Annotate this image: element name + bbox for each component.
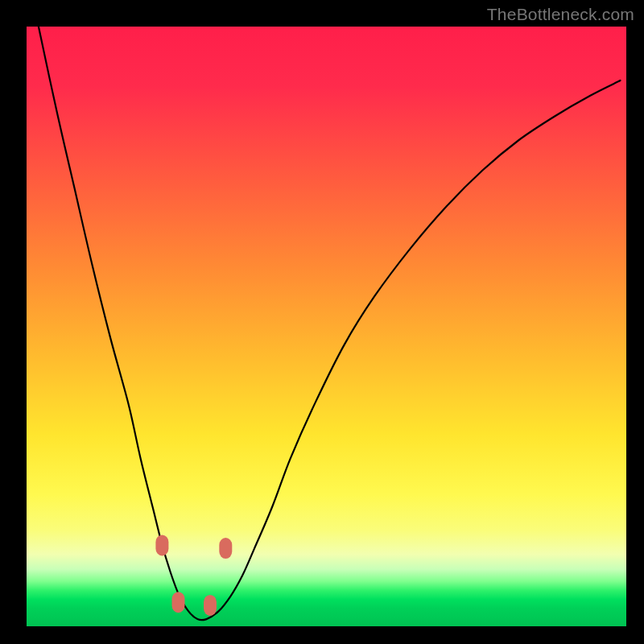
plot-area xyxy=(27,27,626,626)
curve-layer xyxy=(27,27,626,626)
curve-marker xyxy=(204,595,217,616)
curve-marker xyxy=(155,535,168,555)
curve-marker xyxy=(172,592,185,613)
watermark-text: TheBottleneck.com xyxy=(487,5,634,24)
bottleneck-curve xyxy=(39,27,621,620)
curve-marker xyxy=(219,538,232,559)
marker-group xyxy=(155,535,232,616)
